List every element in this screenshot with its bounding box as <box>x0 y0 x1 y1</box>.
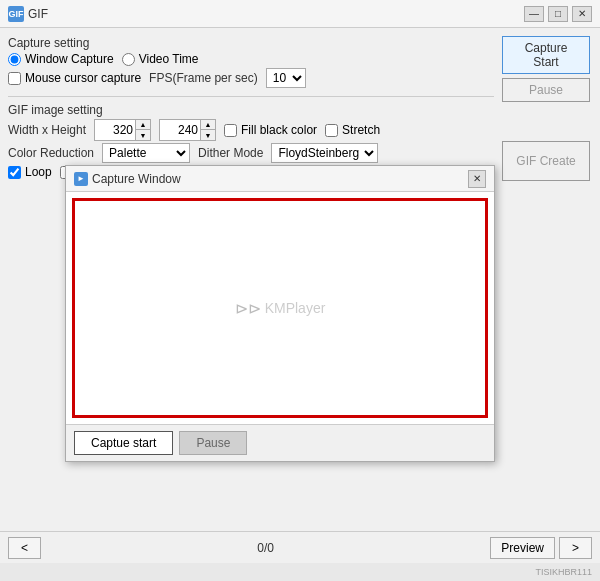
fps-select[interactable]: 10 5 15 20 25 30 <box>266 68 306 88</box>
height-down-button[interactable]: ▼ <box>201 130 215 140</box>
stretch-checkbox[interactable] <box>325 124 338 137</box>
mouse-cursor-label[interactable]: Mouse cursor capture <box>25 71 141 85</box>
maximize-button[interactable]: □ <box>548 6 568 22</box>
capture-setting-label: Capture setting <box>8 36 494 50</box>
width-spinbox: ▲ ▼ <box>94 119 151 141</box>
fps-row: Mouse cursor capture FPS(Frame per sec) … <box>8 68 494 88</box>
window-capture-label[interactable]: Window Capture <box>25 52 114 66</box>
height-input[interactable] <box>160 120 200 140</box>
stretch-label[interactable]: Stretch <box>342 123 380 137</box>
width-input[interactable] <box>95 120 135 140</box>
width-height-label: Width x Height <box>8 123 86 137</box>
size-row: Width x Height ▲ ▼ ▲ ▼ <box>8 119 494 141</box>
right-panel: Capture Start Pause GIF Create <box>502 36 592 181</box>
width-up-button[interactable]: ▲ <box>136 120 150 130</box>
height-spinbox: ▲ ▼ <box>159 119 216 141</box>
preview-button[interactable]: Preview <box>490 537 555 559</box>
loop-group: Loop <box>8 165 52 179</box>
popup-captue-start-button[interactable]: Captue start <box>74 431 173 455</box>
next-button[interactable]: > <box>559 537 592 559</box>
watermark-bar: TISIKHBR111 <box>0 563 600 581</box>
popup-close-button[interactable]: ✕ <box>468 170 486 188</box>
video-time-radio[interactable] <box>122 53 135 66</box>
bottom-bar: < 0/0 Preview > <box>0 531 600 563</box>
gif-image-setting-label: GIF image setting <box>8 103 494 117</box>
window-capture-radio[interactable] <box>8 53 21 66</box>
stretch-group: Stretch <box>325 123 380 137</box>
capture-area: ⊳⊳ KMPlayer <box>72 198 488 418</box>
fill-black-group: Fill black color <box>224 123 317 137</box>
dither-mode-label: Dither Mode <box>198 146 263 160</box>
mouse-cursor-checkbox[interactable] <box>8 72 21 85</box>
close-button[interactable]: ✕ <box>572 6 592 22</box>
width-down-button[interactable]: ▼ <box>136 130 150 140</box>
kmplayer-logo: ⊳⊳ KMPlayer <box>235 299 326 318</box>
capture-mode-row: Window Capture Video Time <box>8 52 494 66</box>
capture-window-popup: ► Capture Window ✕ ⊳⊳ KMPlayer Captue st… <box>65 165 495 462</box>
capture-setting-section: Capture setting Window Capture Video Tim… <box>8 36 494 90</box>
loop-label[interactable]: Loop <box>25 165 52 179</box>
window-capture-radio-group: Window Capture <box>8 52 114 66</box>
color-reduction-select[interactable]: Palette Median Cut OctTree <box>102 143 190 163</box>
popup-app-icon: ► <box>74 172 88 186</box>
height-up-button[interactable]: ▲ <box>201 120 215 130</box>
popup-title-bar: ► Capture Window ✕ <box>66 166 494 192</box>
kmplayer-text: KMPlayer <box>265 300 326 316</box>
app-icon: GIF <box>8 6 24 22</box>
prev-button[interactable]: < <box>8 537 41 559</box>
pause-button[interactable]: Pause <box>502 78 590 102</box>
watermark-text: TISIKHBR111 <box>535 567 592 577</box>
popup-pause-button[interactable]: Pause <box>179 431 247 455</box>
color-reduction-label: Color Reduction <box>8 146 94 160</box>
dither-row: Color Reduction Palette Median Cut OctTr… <box>8 143 494 163</box>
fps-label: FPS(Frame per sec) <box>149 71 258 85</box>
kmplayer-icon: ⊳⊳ <box>235 299 261 318</box>
mouse-cursor-group: Mouse cursor capture <box>8 71 141 85</box>
width-arrows: ▲ ▼ <box>135 120 150 140</box>
video-time-label[interactable]: Video Time <box>139 52 199 66</box>
height-arrows: ▲ ▼ <box>200 120 215 140</box>
window-title: GIF <box>28 7 48 21</box>
gif-create-button[interactable]: GIF Create <box>502 141 590 181</box>
window-controls: — □ ✕ <box>524 6 592 22</box>
fill-black-checkbox[interactable] <box>224 124 237 137</box>
video-time-radio-group: Video Time <box>122 52 199 66</box>
popup-title-text: Capture Window <box>92 172 181 186</box>
popup-title-left: ► Capture Window <box>74 172 181 186</box>
minimize-button[interactable]: — <box>524 6 544 22</box>
fill-black-label[interactable]: Fill black color <box>241 123 317 137</box>
popup-content: ⊳⊳ KMPlayer <box>66 192 494 424</box>
page-info: 0/0 <box>257 541 274 555</box>
title-bar: GIF GIF — □ ✕ <box>0 0 600 28</box>
popup-footer: Captue start Pause <box>66 424 494 461</box>
capture-start-button[interactable]: Capture Start <box>502 36 590 74</box>
divider-1 <box>8 96 494 97</box>
loop-checkbox[interactable] <box>8 166 21 179</box>
dither-mode-select[interactable]: FloydSteinberg Atkinson None <box>271 143 378 163</box>
left-panel: Capture setting Window Capture Video Tim… <box>8 36 494 181</box>
